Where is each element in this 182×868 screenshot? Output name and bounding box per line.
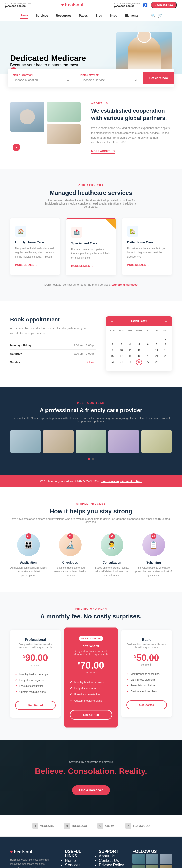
footer-link-services[interactable]: Services [65, 863, 91, 868]
service-link-1[interactable]: MORE DETAILS → [71, 265, 93, 267]
cal-cell-10[interactable]: 10 [117, 348, 125, 353]
cal-cell[interactable] [153, 336, 161, 341]
believe-title-1: Believe. [35, 767, 66, 776]
location-select[interactable]: Choose a location [12, 78, 70, 82]
plan-features-0: Monthly health check-ups Early illness d… [15, 672, 56, 695]
footer-support-privacy[interactable]: Privacy Policy [99, 863, 125, 868]
team-grid [10, 430, 172, 453]
plan-period-0: per month [15, 664, 56, 666]
process-title: How it helps you stay strong [10, 508, 172, 515]
cal-cell-22[interactable]: 22 [161, 353, 170, 359]
footer-support-about[interactable]: About Us [99, 854, 125, 859]
cal-cell-17[interactable]: 17 [117, 353, 125, 359]
explore-all-link[interactable]: Explore all services [111, 283, 137, 286]
cal-tue: TUE [126, 329, 135, 333]
cal-cell-27[interactable]: 27 [144, 359, 152, 365]
service-link-0[interactable]: MORE DETAILS → [15, 264, 37, 266]
cal-cell-28[interactable]: 28 [153, 359, 161, 365]
service-card-2: 🏡 Daily Home Care For patients who are u… [122, 218, 172, 275]
cal-cell-3[interactable]: 3 [117, 342, 125, 347]
nav-elements[interactable]: Elements [125, 13, 138, 19]
cal-next[interactable]: → [164, 319, 168, 323]
cal-thu: THU [143, 329, 152, 333]
brand-name: healsoul [65, 2, 83, 7]
hero-section: Dedicated Medicare Because your health m… [0, 22, 182, 74]
service-select[interactable]: Choose a service [80, 78, 138, 82]
cal-prev[interactable]: ← [110, 319, 114, 323]
about-more-link[interactable]: MORE ABOUT US [91, 150, 114, 154]
logo[interactable]: ♥ healsoul [61, 2, 83, 7]
calendar: ← APRIL 2023 → SUN MON TUE WED THU FRI S… [106, 316, 172, 371]
schedule-day-0: Monday - Friday [10, 344, 31, 347]
cal-cell-12[interactable]: 12 [135, 348, 143, 353]
cal-cell-21[interactable]: 21 [153, 353, 161, 359]
cta-link[interactable]: request an appointment online. [101, 480, 142, 483]
cal-cell[interactable] [117, 336, 125, 341]
cal-cell-4[interactable]: 4 [126, 342, 134, 347]
feature-item: Custom medicine plans [70, 698, 112, 704]
feature-item: Early illness diagnosis [126, 677, 167, 683]
footer-support-list: About Us Contact Us Privacy Policy Terms… [99, 854, 125, 868]
cal-cell-13[interactable]: 13 [144, 348, 152, 353]
cal-cell[interactable] [135, 336, 143, 341]
service-desc-1: Physical, mental, occupational therapy p… [71, 248, 111, 260]
cal-cell-18[interactable]: 18 [126, 353, 134, 359]
cal-cell-16[interactable]: 16 [108, 353, 116, 359]
cal-cell[interactable] [126, 336, 134, 341]
nav-pages[interactable]: Pages [79, 13, 88, 19]
process-step-desc-0: Application can submit all health declar… [10, 566, 47, 577]
cart-icon[interactable]: 🛒 [158, 13, 162, 18]
cal-cell[interactable] [108, 336, 116, 341]
get-started-0[interactable]: Get Started [15, 701, 56, 710]
cal-cell-6[interactable]: 6 [144, 342, 152, 347]
download-button[interactable]: Download Now [151, 1, 177, 8]
get-started-2[interactable]: Get Started [126, 700, 167, 709]
cal-cell-9[interactable]: 9 [108, 348, 116, 353]
cal-cell-19[interactable]: 19 [135, 353, 143, 359]
nav-shop[interactable]: Shop [110, 13, 117, 19]
about-body: We are combined a new kind of doctor's e… [91, 126, 172, 145]
cal-cell-26[interactable]: 26 [136, 359, 142, 365]
cal-cell-5[interactable]: 5 [135, 342, 143, 347]
search-submit-button[interactable]: Get care now [143, 72, 175, 84]
appointment-description: A customizable calendar that can be plac… [10, 326, 96, 335]
cal-cell-24[interactable]: 24 [117, 359, 125, 365]
footer-img-1 [146, 854, 158, 864]
believe-cta-button[interactable]: Find a Caregiver [72, 785, 110, 795]
team-dot-1[interactable] [92, 458, 94, 460]
cal-cell-14[interactable]: 14 [153, 348, 161, 353]
footer-link-home[interactable]: Home [65, 859, 91, 863]
search-icon[interactable]: 🔍 [151, 13, 155, 18]
cal-cell-23[interactable]: 23 [108, 359, 116, 365]
appointment-left: Book Appointment A customizable calendar… [10, 316, 96, 371]
cal-cell-20[interactable]: 20 [144, 353, 152, 359]
cal-cell-11[interactable]: 11 [126, 348, 134, 353]
service-link-2[interactable]: MORE DETAILS → [127, 264, 149, 266]
service-title-1: Specialized Care [71, 241, 111, 245]
cal-cell-15[interactable]: 15 [161, 348, 170, 353]
cal-cell-2[interactable]: 2 [108, 342, 116, 347]
service-icon-1: 🏥 [71, 227, 82, 238]
cal-days-header: SUN MON TUE WED THU FRI SAT [106, 327, 172, 335]
hero-subtitle: Because your health matters the most [10, 63, 86, 67]
get-started-1[interactable]: Get Started [70, 710, 112, 719]
nav-blog[interactable]: Blog [96, 13, 102, 19]
cal-cell[interactable] [144, 336, 152, 341]
nav-resources[interactable]: Resources [56, 13, 71, 19]
cal-cell-7[interactable]: 7 [153, 342, 161, 347]
team-img-0 [10, 430, 41, 453]
cal-cell-25[interactable]: 25 [126, 359, 134, 365]
cal-cell-8[interactable]: 8 [161, 342, 170, 347]
footer-logo[interactable]: ♥ healsoul [10, 849, 57, 855]
phone-right[interactable]: (+00)888.888.88 [114, 5, 139, 8]
cal-cell-1[interactable]: 1 [161, 336, 170, 341]
phone-left[interactable]: (+00)888.888.88 [5, 5, 31, 8]
nav-services[interactable]: Services [36, 13, 48, 19]
footer-support-contact[interactable]: Contact Us [99, 859, 125, 863]
pricing-grid: Professional Designed for businesses wit… [10, 630, 172, 725]
team-dot-0[interactable] [88, 458, 90, 460]
team-label: MEET OUR TEAM [10, 402, 172, 404]
nav-home[interactable]: Home [20, 12, 28, 19]
feature-item: Free diet consultation [70, 691, 112, 698]
footer: ♥ healsoul Healsoul Health Services prov… [0, 837, 182, 868]
